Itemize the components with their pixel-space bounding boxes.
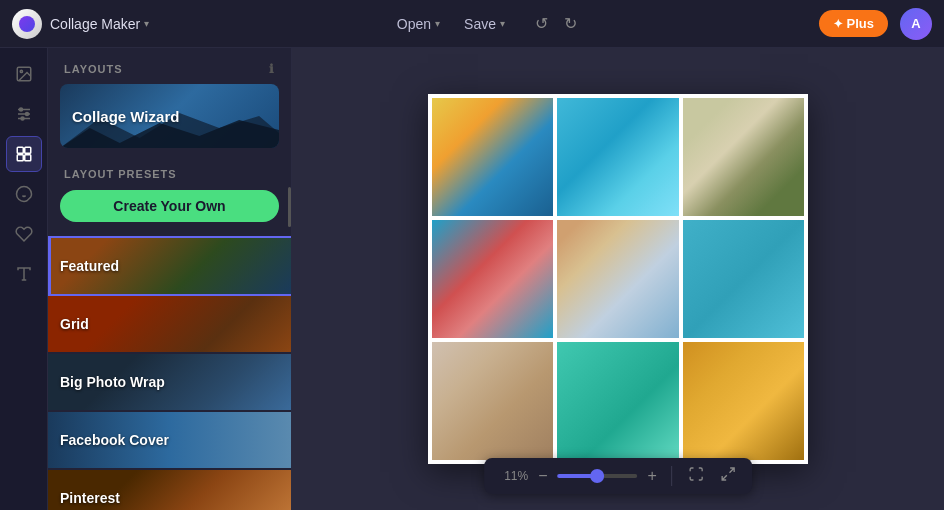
preset-label-pinterest: Pinterest	[60, 490, 120, 506]
preset-item-featured[interactable]: Featured	[48, 238, 291, 294]
sidebar-icon-image[interactable]	[6, 56, 42, 92]
scroll-indicator	[288, 187, 291, 227]
grid-cell-4[interactable]	[432, 220, 553, 338]
expand-button[interactable]	[716, 464, 740, 488]
fullscreen-button[interactable]	[684, 464, 708, 488]
preset-label-facebook: Facebook Cover	[60, 432, 169, 448]
plus-icon: ✦	[833, 17, 843, 31]
zoom-in-button[interactable]: +	[646, 468, 659, 484]
preset-item-facebook[interactable]: Facebook Cover	[48, 412, 291, 468]
svg-rect-11	[24, 155, 30, 161]
icon-sidebar	[0, 48, 48, 510]
preset-label-bigphoto: Big Photo Wrap	[60, 374, 165, 390]
svg-point-1	[20, 70, 22, 72]
topbar-right: ✦ Plus A	[819, 8, 932, 40]
plus-button[interactable]: ✦ Plus	[819, 10, 888, 37]
create-your-own-button[interactable]: Create Your Own	[60, 190, 279, 222]
svg-point-7	[21, 117, 24, 120]
topbar-center: Open ▾ Save ▾ ↺ ↻	[387, 10, 581, 37]
svg-rect-8	[17, 147, 23, 153]
preset-label-grid: Grid	[60, 316, 89, 332]
preset-item-bigphoto[interactable]: Big Photo Wrap	[48, 354, 291, 410]
svg-point-6	[25, 113, 28, 116]
app-logo[interactable]	[12, 9, 42, 39]
save-button[interactable]: Save ▾	[454, 12, 515, 36]
grid-cell-7[interactable]	[432, 342, 553, 460]
info-icon[interactable]: ℹ	[269, 62, 275, 76]
wizard-label: Collage Wizard	[72, 108, 179, 125]
open-button[interactable]: Open ▾	[387, 12, 450, 36]
grid-cell-2[interactable]	[557, 98, 678, 216]
layouts-section-title: LAYOUTS ℹ	[48, 48, 291, 84]
preset-item-pinterest[interactable]: Pinterest	[48, 470, 291, 510]
grid-cell-5[interactable]	[557, 220, 678, 338]
preset-label-featured: Featured	[60, 258, 119, 274]
svg-rect-9	[24, 147, 30, 153]
canvas-area: 11% − +	[292, 48, 944, 510]
grid-cell-3[interactable]	[683, 98, 804, 216]
topbar: Collage Maker ▾ Open ▾ Save ▾ ↺ ↻ ✦ Plus…	[0, 0, 944, 48]
preset-item-grid[interactable]: Grid	[48, 296, 291, 352]
collage-grid	[428, 94, 808, 464]
zoom-percent-label: 11%	[496, 469, 528, 483]
sidebar-icon-text[interactable]	[6, 256, 42, 292]
grid-cell-6[interactable]	[683, 220, 804, 338]
undo-button[interactable]: ↺	[531, 10, 552, 37]
main-area: LAYOUTS ℹ Collage Wizard LAYOUT PRESETS …	[0, 48, 944, 510]
grid-cell-8[interactable]	[557, 342, 678, 460]
svg-rect-10	[17, 155, 23, 161]
avatar[interactable]: A	[900, 8, 932, 40]
sidebar-icon-sticker[interactable]	[6, 176, 42, 212]
wizard-card[interactable]: Collage Wizard	[60, 84, 279, 148]
redo-button[interactable]: ↻	[560, 10, 581, 37]
zoom-slider[interactable]	[558, 474, 638, 478]
divider	[671, 466, 672, 486]
zoom-out-button[interactable]: −	[536, 468, 549, 484]
sidebar-icon-heart[interactable]	[6, 216, 42, 252]
layout-panel: LAYOUTS ℹ Collage Wizard LAYOUT PRESETS …	[48, 48, 292, 510]
sidebar-icon-adjust[interactable]	[6, 96, 42, 132]
undo-redo-group: ↺ ↻	[531, 10, 581, 37]
grid-cell-9[interactable]	[683, 342, 804, 460]
app-menu-chevron[interactable]: ▾	[144, 18, 149, 29]
grid-cell-1[interactable]	[432, 98, 553, 216]
app-name: Collage Maker	[50, 16, 140, 32]
svg-point-5	[19, 108, 22, 111]
zoom-bar: 11% − +	[484, 458, 752, 494]
presets-section-title: LAYOUT PRESETS	[48, 164, 291, 190]
sidebar-icon-layout[interactable]	[6, 136, 42, 172]
